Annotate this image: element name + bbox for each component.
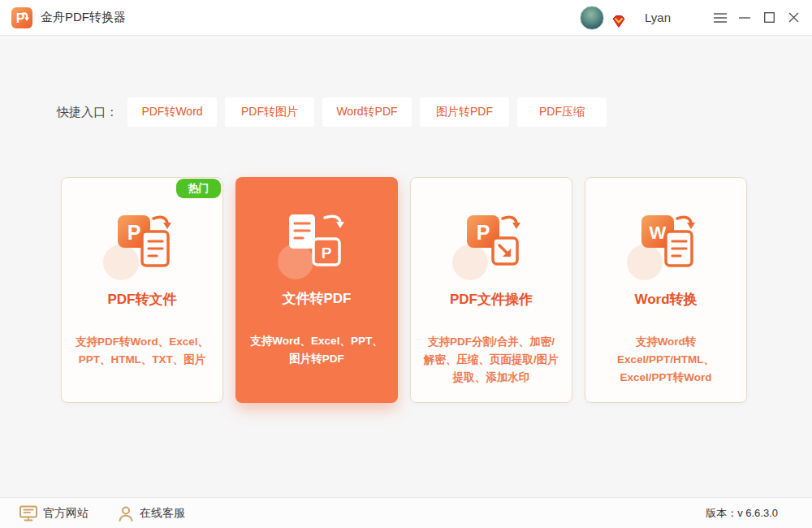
quick-access-label: 快捷入口： [57, 105, 118, 120]
maximize-icon [764, 12, 775, 23]
titlebar: P 金舟PDF转换器 Lyan [0, 0, 812, 36]
quick-button-pdf-to-word[interactable]: PDF转Word [127, 97, 217, 127]
hamburger-menu-icon [714, 13, 727, 23]
minimize-button[interactable] [732, 6, 757, 30]
window-controls [708, 6, 806, 30]
username[interactable]: Lyan [645, 11, 671, 24]
close-button[interactable] [781, 6, 806, 30]
person-icon [118, 505, 134, 522]
footer-link-official-site[interactable]: 官方网站 [19, 505, 89, 522]
card-description: 支持PDF分割/合并、加密/解密、压缩、页面提取/图片提取、添加水印 [411, 333, 572, 387]
feature-cards: 热门 P PDF转文件 支持PDF转Word、Excel、PPT、HTML、TX… [61, 177, 812, 403]
close-icon [788, 12, 799, 23]
card-file-to-pdf[interactable]: P 文件转PDF 支持Word、Excel、PPT、图片转PDF [235, 177, 398, 403]
vip-badge-icon[interactable] [611, 15, 627, 29]
quick-button-pdf-compress[interactable]: PDF压缩 [517, 97, 607, 127]
card-pdf-to-file[interactable]: 热门 P PDF转文件 支持PDF转Word、Excel、PPT、HTML、TX… [61, 177, 223, 403]
card-description: 支持PDF转Word、Excel、PPT、HTML、TXT、图片 [62, 333, 222, 369]
svg-text:P: P [477, 221, 490, 244]
card-title: 文件转PDF [283, 289, 352, 308]
minimize-icon [739, 13, 750, 23]
hot-badge: 热门 [176, 179, 221, 198]
footer-link-label: 官方网站 [43, 506, 89, 521]
card-description: 支持Word转Excel/PPT/HTML、Excel/PPT转Word [585, 333, 746, 387]
svg-text:W: W [650, 223, 667, 243]
quick-button-image-to-pdf[interactable]: 图片转PDF [420, 97, 509, 127]
card-description: 支持Word、Excel、PPT、图片转PDF [235, 332, 398, 368]
quick-button-pdf-to-image[interactable]: PDF转图片 [225, 97, 314, 127]
user-avatar[interactable] [580, 6, 604, 30]
quick-button-word-to-pdf[interactable]: Word转PDF [322, 97, 412, 127]
footer: 官方网站 在线客服 版本：v 6.6.3.0 [0, 497, 812, 528]
app-title: 金舟PDF转换器 [41, 10, 126, 25]
pdf-to-file-icon: P [103, 209, 181, 287]
maximize-button[interactable] [757, 6, 781, 30]
pdf-operations-icon: P [452, 209, 530, 287]
card-pdf-operations[interactable]: P PDF文件操作 支持PDF分割/合并、加密/解密、压缩、页面提取/图片提取、… [410, 177, 572, 403]
app-logo-icon: P [11, 7, 32, 28]
footer-link-label: 在线客服 [140, 506, 185, 521]
svg-text:P: P [127, 221, 141, 244]
monitor-icon [19, 505, 37, 522]
file-to-pdf-icon: P [278, 208, 356, 286]
quick-access-row: 快捷入口： PDF转Word PDF转图片 Word转PDF 图片转PDF PD… [57, 97, 812, 127]
footer-link-online-support[interactable]: 在线客服 [118, 505, 185, 522]
version-label: 版本：v 6.6.3.0 [706, 506, 778, 521]
svg-text:P: P [322, 245, 332, 262]
card-word-convert[interactable]: W Word转换 支持Word转Excel/PPT/HTML、Excel/PPT… [585, 177, 747, 403]
card-title: Word转换 [634, 290, 697, 309]
word-convert-icon: W [627, 209, 705, 287]
menu-button[interactable] [708, 6, 732, 30]
card-title: PDF文件操作 [450, 290, 533, 309]
card-title: PDF转文件 [108, 290, 177, 309]
